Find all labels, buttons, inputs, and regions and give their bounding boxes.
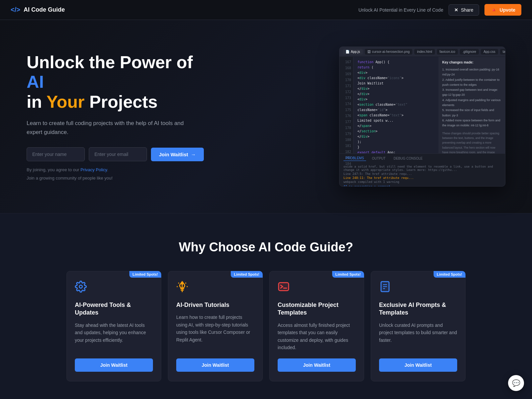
terminal-icon — [278, 281, 356, 295]
card-ai-tools: Limited Spots! AI-Powered Tools & Update… — [66, 271, 161, 381]
hero-form: Join Waitlist → — [27, 147, 213, 161]
problems-tab[interactable]: PROBLEMS — [343, 156, 366, 161]
hero-title: Unlock the Power of AI in Your Projects — [27, 53, 213, 112]
why-title: Why Choose AI Code Guide? — [20, 240, 512, 254]
upvote-icon: 🔺 — [490, 7, 497, 13]
chat-icon: 💬 — [512, 379, 520, 387]
card-title-2: AI-Driven Tutorials — [176, 301, 254, 309]
code-tab-favicon[interactable]: favicon.ico — [437, 49, 458, 55]
code-window: 📄 App.js 🖼 cursor-ai-herosection.png ind… — [339, 47, 505, 187]
card-desc-2: Learn how to create full projects using … — [176, 314, 254, 351]
card-title-1: AI-Powered Tools & Updates — [75, 301, 153, 317]
code-tab-png[interactable]: 🖼 cursor-ai-herosection.png — [365, 49, 412, 55]
logo-text: AI Code Guide — [24, 6, 65, 13]
name-input[interactable] — [27, 147, 85, 161]
card-title-4: Exclusive AI Prompts & Templates — [379, 301, 457, 317]
feature-cards-grid: Limited Spots! AI-Powered Tools & Update… — [66, 271, 466, 381]
card-prompts: Limited Spots! Exclusive AI Prompts & Te… — [371, 271, 466, 381]
code-body: 167 168 169 170 171 172 173 174 175 176 … — [339, 57, 505, 153]
card-desc-3: Access almost fully finished project tem… — [278, 322, 356, 351]
hero-title-part3: Projects — [84, 92, 158, 111]
hero-subtitle: Learn to create full coding projects wit… — [27, 119, 186, 137]
hero-section: Unlock the Power of AI in Your Projects … — [0, 20, 532, 213]
logo-code-icon: </> — [11, 6, 20, 14]
code-tab-gitignore[interactable]: .gitignore — [460, 49, 479, 55]
svg-point-0 — [79, 285, 82, 288]
navbar-right: Unlock AI Potential in Every Line of Cod… — [358, 4, 521, 16]
navbar-logo: </> AI Code Guide — [11, 6, 65, 14]
code-tab-appcss[interactable]: App.css — [481, 49, 498, 55]
email-input[interactable] — [89, 147, 147, 161]
hero-left: Unlock the Power of AI in Your Projects … — [27, 53, 213, 181]
upvote-label: Upvote — [500, 7, 515, 13]
join-waitlist-card-2[interactable]: Join Waitlist — [176, 358, 254, 372]
card-desc-1: Stay ahead with the latest AI tools and … — [75, 322, 153, 351]
share-button[interactable]: ✕ Share — [449, 4, 479, 16]
card-desc-4: Unlock curated AI prompts and project te… — [379, 322, 457, 351]
join-waitlist-button[interactable]: Join Waitlist → — [151, 148, 204, 161]
code-ai-panel: Key changes made: 1. Increased overall s… — [439, 57, 505, 153]
card-templates: Limited Spots! Customizable Project Temp… — [269, 271, 364, 381]
code-tab-appjs[interactable]: 📄 App.js — [343, 49, 363, 55]
hero-title-part1: Unlock the Power of — [27, 53, 193, 72]
navbar-tagline: Unlock AI Potential in Every Line of Cod… — [358, 7, 443, 13]
svg-line-6 — [186, 283, 186, 283]
code-console: ovide a solid href, but still need the e… — [339, 163, 505, 186]
arrow-icon: → — [191, 152, 196, 157]
card-tutorials: Limited Spots! AI-Driven Tutorials Learn… — [168, 271, 263, 381]
badge-limited-2: Limited Spots! — [231, 271, 263, 278]
hero-title-part2: in — [27, 92, 47, 111]
join-waitlist-card-4[interactable]: Join Waitlist — [379, 358, 457, 372]
hero-title-ai: AI — [27, 72, 44, 91]
upvote-button[interactable]: 🔺 Upvote — [484, 4, 521, 16]
debug-console-tab[interactable]: DEBUG CONSOLE — [392, 156, 425, 161]
badge-limited-1: Limited Spots! — [129, 271, 161, 278]
join-waitlist-card-1[interactable]: Join Waitlist — [75, 358, 153, 372]
hero-title-your: Your — [47, 92, 85, 111]
svg-rect-9 — [279, 283, 289, 291]
card-title-3: Customizable Project Templates — [278, 301, 356, 317]
document-icon — [379, 281, 457, 295]
output-tab[interactable]: OUTPUT — [370, 156, 388, 161]
code-tab-tailwind[interactable]: tailwind.config.js — [500, 49, 505, 55]
hero-privacy-text: By joining, you agree to our Privacy Pol… — [27, 167, 213, 172]
code-line-numbers: 167 168 169 170 171 172 173 174 175 176 … — [339, 57, 353, 153]
code-content: function App() { return ( <div> <div cla… — [353, 57, 439, 153]
join-label: Join Waitlist — [159, 152, 188, 157]
chat-bubble[interactable]: 💬 — [508, 375, 524, 391]
svg-line-5 — [178, 283, 179, 283]
privacy-link[interactable]: Privacy Policy — [80, 167, 107, 172]
navbar: </> AI Code Guide Unlock AI Potential in… — [0, 0, 532, 20]
code-bottom-panel: PROBLEMS OUTPUT DEBUG CONSOLE — [339, 153, 505, 163]
code-tab-html[interactable]: index.html — [414, 49, 435, 55]
bulb-icon — [176, 281, 254, 295]
share-label: Share — [461, 7, 473, 13]
gear-icon — [75, 281, 153, 295]
x-icon: ✕ — [454, 7, 458, 13]
code-window-tabs: 📄 App.js 🖼 cursor-ai-herosection.png ind… — [339, 47, 505, 57]
badge-limited-4: Limited Spots! — [434, 271, 466, 278]
hero-right: 📄 App.js 🖼 cursor-ai-herosection.png ind… — [339, 47, 505, 187]
badge-limited-3: Limited Spots! — [332, 271, 364, 278]
why-section: Why Choose AI Code Guide? Limited Spots!… — [0, 213, 532, 399]
join-waitlist-card-3[interactable]: Join Waitlist — [278, 358, 356, 372]
hero-community-text: Join a growing community of people like … — [27, 176, 213, 181]
